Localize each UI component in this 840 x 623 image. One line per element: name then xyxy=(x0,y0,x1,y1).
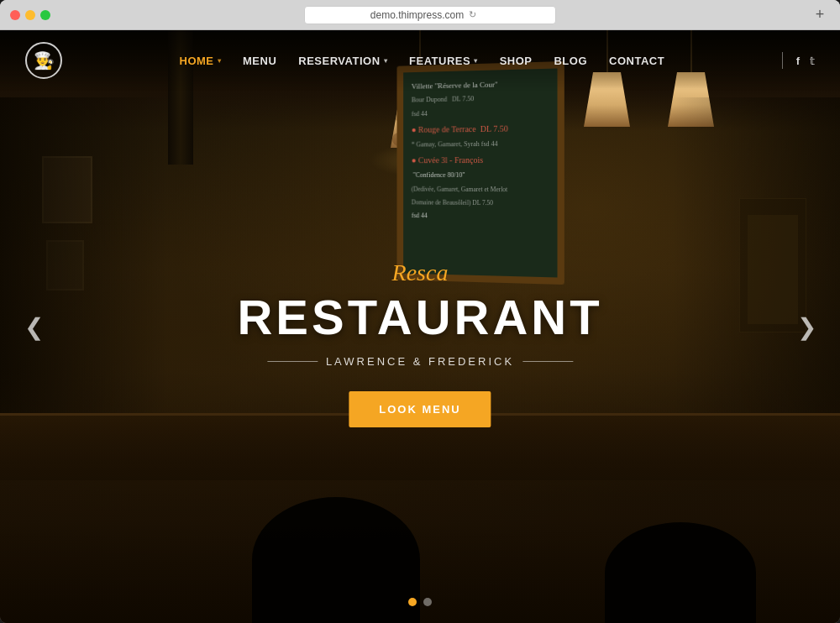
hero-tagline: LAWRENCE & FREDERICK xyxy=(326,355,514,368)
figure-1 xyxy=(252,497,420,623)
nav-blog-label: BLOG xyxy=(554,55,587,67)
minimize-button[interactable] xyxy=(25,10,35,20)
nav-menu-label: MENU xyxy=(243,55,276,67)
hero-title: RESTAURANT xyxy=(237,293,602,342)
slider-arrow-left[interactable]: ❮ xyxy=(17,310,50,343)
nav-item-blog[interactable]: BLOG xyxy=(554,55,587,67)
cta-button[interactable]: LOOK MENU xyxy=(349,391,491,427)
arrow-right-icon: ❯ xyxy=(797,313,816,341)
nav-reservation-chevron: ▾ xyxy=(384,57,388,65)
browser-titlebar: demo.thimpress.com ↻ + xyxy=(0,0,840,30)
nav-reservation-label: RESERVATION xyxy=(298,55,380,67)
nav-social: f 𝕥 xyxy=(796,55,815,67)
nav-divider xyxy=(782,52,783,69)
navbar: 👨‍🍳 HOME ▾ MENU RESERVATION ▾ FEATURES ▾ xyxy=(0,30,840,91)
website-content: Villette "Réserve de la Cour" Bour Dupon… xyxy=(0,30,840,623)
slider-arrow-right[interactable]: ❯ xyxy=(790,310,823,343)
nav-features-label: FEATURES xyxy=(409,55,470,67)
divider-line-right xyxy=(522,361,573,362)
facebook-icon[interactable]: f xyxy=(796,55,800,67)
divider-line-left xyxy=(267,361,318,362)
hero-subtitle: Resca xyxy=(237,259,602,286)
traffic-lights xyxy=(10,10,50,20)
address-bar-container: demo.thimpress.com ↻ xyxy=(57,6,803,24)
wall-art-right xyxy=(748,215,798,324)
nav-shop-label: SHOP xyxy=(500,55,533,67)
nav-features-chevron: ▾ xyxy=(474,57,478,65)
slider-dot-1[interactable] xyxy=(408,598,417,606)
nav-item-home[interactable]: HOME ▾ xyxy=(180,55,222,67)
maximize-button[interactable] xyxy=(40,10,50,20)
nav-contact-label: CONTACT xyxy=(609,55,664,67)
nav-home-chevron: ▾ xyxy=(218,57,222,65)
nav-links: HOME ▾ MENU RESERVATION ▾ FEATURES ▾ SHO… xyxy=(180,55,665,67)
arrow-left-icon: ❮ xyxy=(24,313,44,341)
nav-item-reservation[interactable]: RESERVATION ▾ xyxy=(298,55,387,67)
twitter-icon[interactable]: 𝕥 xyxy=(810,55,815,67)
new-tab-button[interactable]: + xyxy=(810,5,830,25)
figure-2 xyxy=(605,522,756,623)
nav-item-menu[interactable]: MENU xyxy=(243,55,276,67)
slider-dot-2[interactable] xyxy=(423,598,432,606)
close-button[interactable] xyxy=(10,10,20,20)
url-text: demo.thimpress.com xyxy=(370,9,464,21)
chalkboard-menu: Villette "Réserve de la Cour" Bour Dupon… xyxy=(397,61,564,285)
site-logo[interactable]: 👨‍🍳 xyxy=(25,42,62,79)
nav-item-features[interactable]: FEATURES ▾ xyxy=(409,55,478,67)
slider-dots xyxy=(408,598,432,606)
logo-icon: 👨‍🍳 xyxy=(34,50,55,71)
refresh-icon[interactable]: ↻ xyxy=(469,9,476,20)
nav-home-label: HOME xyxy=(180,55,214,67)
nav-item-shop[interactable]: SHOP xyxy=(500,55,533,67)
browser-window: demo.thimpress.com ↻ + xyxy=(0,0,840,623)
address-input[interactable]: demo.thimpress.com ↻ xyxy=(304,6,556,24)
hero-divider: LAWRENCE & FREDERICK xyxy=(237,355,602,368)
nav-item-contact[interactable]: CONTACT xyxy=(609,55,664,67)
hero-content: Resca RESTAURANT LAWRENCE & FREDERICK LO… xyxy=(237,259,602,427)
chalkboard-text: Villette "Réserve de la Cour" Bour Dupon… xyxy=(412,77,549,222)
